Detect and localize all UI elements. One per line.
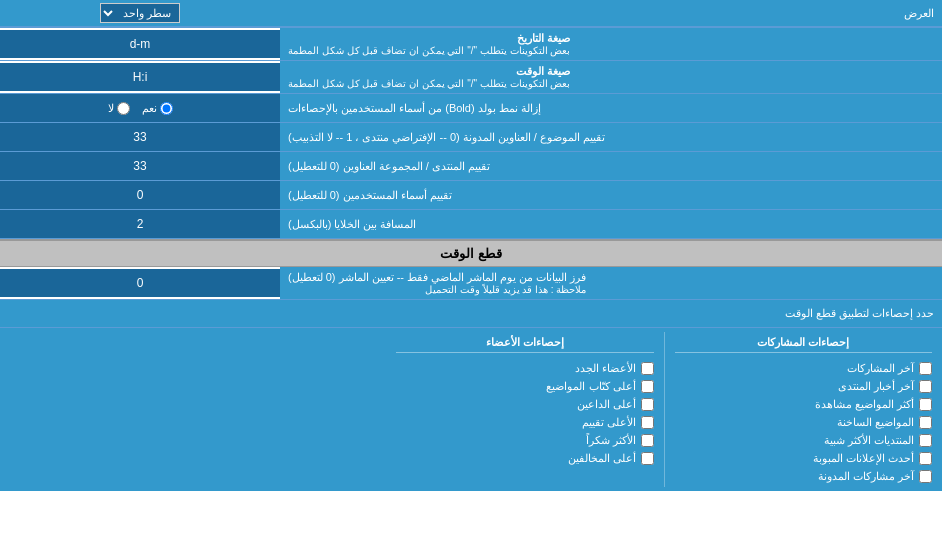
users-names-row: تقييم أسماء المستخدمين (0 للتعطيل) — [0, 181, 942, 210]
stats-apply-label: حدد إحصاءات لتطبيق قطع الوقت — [8, 307, 934, 320]
top-violators-checkbox[interactable] — [641, 452, 654, 465]
blog-posts-checkbox[interactable] — [919, 470, 932, 483]
time-format-input-area — [0, 63, 280, 91]
hot-topics-label: المواضيع الساخنة — [837, 416, 914, 429]
bold-remove-row: إزالة نمط بولد (Bold) من أسماء المستخدمي… — [0, 94, 942, 123]
stats-right-spacer — [0, 332, 386, 487]
hot-topics-checkbox[interactable] — [919, 416, 932, 429]
checkbox-blog-posts: آخر مشاركات المدونة — [675, 470, 932, 483]
bold-remove-label-text: إزالة نمط بولد (Bold) من أسماء المستخدمي… — [288, 102, 541, 115]
display-mode-select[interactable]: سطر واحد سطران ثلاثة أسطر — [100, 3, 180, 23]
top-posters-checkbox[interactable] — [641, 380, 654, 393]
checkbox-top-rated: الأعلى تقييم — [396, 416, 653, 429]
members-stats-column: إحصاءات الأعضاء الأعضاء الجدد أعلى كتّاب… — [386, 332, 663, 487]
bold-no-label[interactable]: لا — [108, 102, 130, 115]
bold-remove-input-area: نعم لا — [0, 94, 280, 122]
top-rated-checkbox[interactable] — [641, 416, 654, 429]
time-format-row: صيغة الوقت بعض التكوينات يتطلب "/" التي … — [0, 61, 942, 94]
checkbox-last-posts: آخر المشاركات — [675, 362, 932, 375]
topic-order-input-area — [0, 123, 280, 151]
cutoff-days-row: فرز البيانات من يوم الماشر الماضي فقط --… — [0, 267, 942, 300]
users-names-input-area — [0, 181, 280, 209]
checkbox-most-thanked: الأكثر شكراً — [396, 434, 653, 447]
forum-order-row: تقييم المنتدى / المجموعة العناوين (0 للت… — [0, 152, 942, 181]
most-thanked-checkbox[interactable] — [641, 434, 654, 447]
checkbox-new-members: الأعضاء الجدد — [396, 362, 653, 375]
cutoff-title: قطع الوقت — [440, 246, 502, 261]
users-names-label-text: تقييم أسماء المستخدمين (0 للتعطيل) — [288, 189, 452, 202]
header-label: العرض — [280, 3, 942, 24]
time-format-input[interactable] — [4, 70, 276, 84]
top-posters-label: أعلى كتّاب المواضيع — [546, 380, 635, 393]
members-stats-header: إحصاءات الأعضاء — [396, 336, 653, 353]
most-similar-checkbox[interactable] — [919, 434, 932, 447]
most-viewed-label: أكثر المواضيع مشاهدة — [815, 398, 914, 411]
new-members-checkbox[interactable] — [641, 362, 654, 375]
forum-order-input-area — [0, 152, 280, 180]
most-viewed-checkbox[interactable] — [919, 398, 932, 411]
top-inviters-checkbox[interactable] — [641, 398, 654, 411]
checkbox-latest-ads: أحدث الإعلانات المبوبة — [675, 452, 932, 465]
cell-spacing-row: المسافة بين الخلايا (بالبكسل) — [0, 210, 942, 239]
last-posts-label: آخر المشاركات — [847, 362, 914, 375]
date-format-label: صيغة التاريخ بعض التكوينات يتطلب "/" الت… — [280, 28, 942, 60]
topic-order-input[interactable] — [4, 130, 276, 144]
cell-spacing-input-area — [0, 210, 280, 238]
bold-remove-label: إزالة نمط بولد (Bold) من أسماء المستخدمي… — [280, 94, 942, 122]
posts-stats-column: إحصاءات المشاركات آخر المشاركات آخر أخبا… — [665, 332, 942, 487]
topic-order-label: تقييم الموضوع / العناوين المدونة (0 -- ا… — [280, 123, 942, 151]
most-thanked-label: الأكثر شكراً — [586, 434, 636, 447]
date-format-sub-label: بعض التكوينات يتطلب "/" التي يمكن ان تضا… — [288, 45, 570, 56]
posts-stats-header-text: إحصاءات المشاركات — [757, 336, 849, 348]
cutoff-days-main-label: فرز البيانات من يوم الماشر الماضي فقط --… — [288, 271, 586, 284]
top-rated-label: الأعلى تقييم — [582, 416, 636, 429]
users-names-input[interactable] — [4, 188, 276, 202]
bold-yes-label[interactable]: نعم — [142, 102, 173, 115]
cutoff-section-header: قطع الوقت — [0, 239, 942, 267]
forum-news-label: آخر أخبار المنتدى — [838, 380, 914, 393]
members-stats-header-text: إحصاءات الأعضاء — [486, 336, 564, 348]
checkbox-top-posters: أعلى كتّاب المواضيع — [396, 380, 653, 393]
top-violators-label: أعلى المخالفين — [568, 452, 636, 465]
latest-ads-checkbox[interactable] — [919, 452, 932, 465]
date-format-main-label: صيغة التاريخ — [288, 32, 570, 45]
bold-yes-radio[interactable] — [160, 102, 173, 115]
stats-apply-row: حدد إحصاءات لتطبيق قطع الوقت — [0, 300, 942, 328]
bold-yes-text: نعم — [142, 102, 157, 115]
users-names-label: تقييم أسماء المستخدمين (0 للتعطيل) — [280, 181, 942, 209]
most-similar-label: المنتديات الأكثر شبية — [824, 434, 914, 447]
stats-apply-text: حدد إحصاءات لتطبيق قطع الوقت — [785, 307, 934, 319]
header-row: العرض سطر واحد سطران ثلاثة أسطر — [0, 0, 942, 28]
checkbox-top-inviters: أعلى الداعين — [396, 398, 653, 411]
latest-ads-label: أحدث الإعلانات المبوبة — [813, 452, 914, 465]
date-format-row: صيغة التاريخ بعض التكوينات يتطلب "/" الت… — [0, 28, 942, 61]
bold-no-radio[interactable] — [117, 102, 130, 115]
new-members-label: الأعضاء الجدد — [575, 362, 636, 375]
bold-no-text: لا — [108, 102, 114, 115]
cutoff-days-input[interactable] — [4, 276, 276, 290]
topic-order-label-text: تقييم الموضوع / العناوين المدونة (0 -- ا… — [288, 131, 605, 144]
checkbox-top-violators: أعلى المخالفين — [396, 452, 653, 465]
cutoff-days-input-area — [0, 269, 280, 297]
checkbox-hot-topics: المواضيع الساخنة — [675, 416, 932, 429]
header-label-text: العرض — [904, 7, 934, 19]
time-format-sub-label: بعض التكوينات يتطلب "/" التي يمكن ان تضا… — [288, 78, 570, 89]
cell-spacing-label: المسافة بين الخلايا (بالبكسل) — [280, 210, 942, 238]
cell-spacing-label-text: المسافة بين الخلايا (بالبكسل) — [288, 218, 417, 231]
column-separator — [664, 332, 665, 487]
top-inviters-label: أعلى الداعين — [577, 398, 636, 411]
forum-news-checkbox[interactable] — [919, 380, 932, 393]
forum-order-input[interactable] — [4, 159, 276, 173]
checkbox-forum-news: آخر أخبار المنتدى — [675, 380, 932, 393]
last-posts-checkbox[interactable] — [919, 362, 932, 375]
posts-stats-header: إحصاءات المشاركات — [675, 336, 932, 353]
cutoff-days-note: ملاحظة : هذا قد يزيد قليلاً وقت التحميل — [288, 284, 586, 295]
checkboxes-container: إحصاءات المشاركات آخر المشاركات آخر أخبا… — [0, 328, 942, 491]
date-format-input[interactable] — [4, 37, 276, 51]
cell-spacing-input[interactable] — [4, 217, 276, 231]
checkbox-most-viewed: أكثر المواضيع مشاهدة — [675, 398, 932, 411]
display-mode-dropdown-area: سطر واحد سطران ثلاثة أسطر — [0, 1, 280, 25]
topic-order-row: تقييم الموضوع / العناوين المدونة (0 -- ا… — [0, 123, 942, 152]
date-format-input-area — [0, 30, 280, 58]
forum-order-label: تقييم المنتدى / المجموعة العناوين (0 للت… — [280, 152, 942, 180]
